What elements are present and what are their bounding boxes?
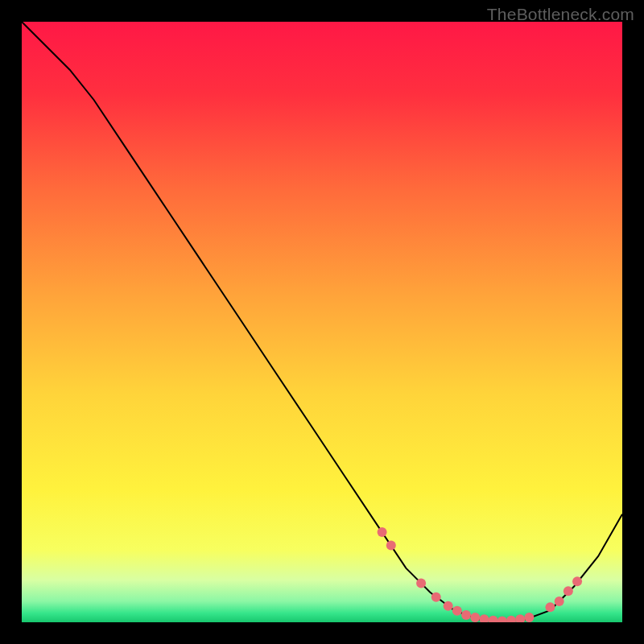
plot-area <box>22 22 622 622</box>
watermark-text: TheBottleneck.com <box>487 5 634 24</box>
marker-point <box>431 592 441 602</box>
chart-svg <box>22 22 622 622</box>
marker-point <box>524 613 534 622</box>
marker-point <box>378 527 387 537</box>
gradient-background <box>22 22 622 622</box>
marker-point <box>470 613 480 622</box>
marker-point <box>564 586 573 596</box>
marker-point <box>572 576 582 586</box>
chart-container: TheBottleneck.com <box>0 0 644 644</box>
marker-point <box>555 597 564 606</box>
marker-point <box>452 606 462 616</box>
marker-point <box>545 602 555 612</box>
marker-point <box>386 541 396 551</box>
marker-point <box>461 610 471 620</box>
marker-point <box>416 579 426 588</box>
marker-point <box>444 601 453 611</box>
